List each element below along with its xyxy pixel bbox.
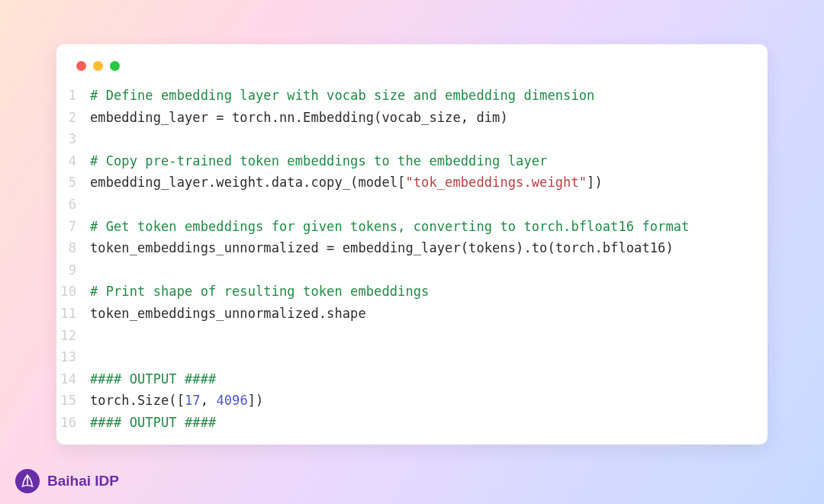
code-line: 3 xyxy=(56,128,768,150)
code-line: 6 xyxy=(56,194,768,216)
code-line: 8token_embeddings_unnormalized = embeddi… xyxy=(56,237,768,259)
code-line: 16#### OUTPUT #### xyxy=(56,412,768,434)
minimize-icon xyxy=(93,61,103,71)
line-number: 12 xyxy=(56,325,90,347)
brand-name: Baihai IDP xyxy=(47,473,119,490)
line-number: 6 xyxy=(56,194,90,216)
line-number: 3 xyxy=(56,128,90,150)
line-number: 9 xyxy=(56,259,90,281)
line-content: token_embeddings_unnormalized.shape xyxy=(90,303,366,325)
line-content: token_embeddings_unnormalized = embeddin… xyxy=(90,237,674,259)
code-line: 2embedding_layer = torch.nn.Embedding(vo… xyxy=(56,107,768,129)
code-block: 1# Define embedding layer with vocab siz… xyxy=(56,85,768,434)
code-line: 15torch.Size([17, 4096]) xyxy=(56,390,768,412)
line-content: torch.Size([17, 4096]) xyxy=(90,390,263,412)
line-number: 11 xyxy=(56,303,90,325)
line-number: 4 xyxy=(56,150,90,172)
line-number: 13 xyxy=(56,346,90,368)
line-content: embedding_layer = torch.nn.Embedding(voc… xyxy=(90,107,508,129)
line-content: embedding_layer.weight.data.copy_(model[… xyxy=(90,172,603,194)
line-content: # Define embedding layer with vocab size… xyxy=(90,85,594,107)
line-number: 8 xyxy=(56,237,90,259)
code-line: 11token_embeddings_unnormalized.shape xyxy=(56,303,768,325)
line-content: #### OUTPUT #### xyxy=(90,412,216,434)
code-line: 10# Print shape of resulting token embed… xyxy=(56,281,768,303)
close-icon xyxy=(76,61,86,71)
line-number: 16 xyxy=(56,412,90,434)
line-number: 14 xyxy=(56,368,90,390)
line-number: 7 xyxy=(56,216,90,238)
code-line: 13 xyxy=(56,346,768,368)
line-number: 10 xyxy=(56,281,90,303)
code-line: 12 xyxy=(56,325,768,347)
code-line: 5embedding_layer.weight.data.copy_(model… xyxy=(56,172,768,194)
code-line: 9 xyxy=(56,259,768,281)
brand-badge: Baihai IDP xyxy=(15,469,119,493)
line-number: 1 xyxy=(56,85,90,107)
window-controls xyxy=(56,61,768,85)
code-line: 1# Define embedding layer with vocab siz… xyxy=(56,85,768,107)
line-content: # Print shape of resulting token embeddi… xyxy=(90,281,429,303)
brand-logo-icon xyxy=(15,469,40,493)
line-number: 2 xyxy=(56,107,90,129)
code-card: 1# Define embedding layer with vocab siz… xyxy=(56,44,768,445)
line-number: 5 xyxy=(56,172,90,194)
code-line: 7# Get token embeddings for given tokens… xyxy=(56,216,768,238)
line-number: 15 xyxy=(56,390,90,412)
zoom-icon xyxy=(110,61,120,71)
line-content: # Get token embeddings for given tokens,… xyxy=(90,216,689,238)
code-line: 4# Copy pre-trained token embeddings to … xyxy=(56,150,768,172)
line-content: # Copy pre-trained token embeddings to t… xyxy=(90,150,547,172)
line-content: #### OUTPUT #### xyxy=(90,368,216,390)
code-line: 14#### OUTPUT #### xyxy=(56,368,768,390)
